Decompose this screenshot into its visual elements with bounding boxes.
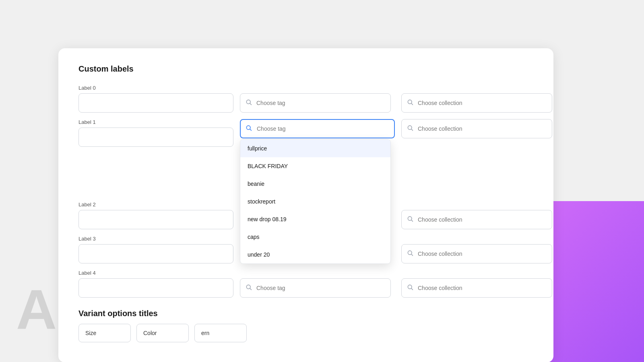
label3-collection-input[interactable] xyxy=(401,244,552,263)
label2-header: Label 2 xyxy=(78,202,233,208)
label3-input[interactable] xyxy=(78,244,233,263)
dropdown-item-fullprice[interactable]: fullprice xyxy=(240,140,390,157)
label0-collection-wrap xyxy=(401,93,552,113)
label2-block: Label 2 xyxy=(78,202,233,229)
dropdown-item-newdrop[interactable]: new drop 08.19 xyxy=(240,210,390,228)
label3-collection-wrap xyxy=(401,244,552,263)
label3-header: Label 3 xyxy=(78,236,233,242)
main-card: Custom labels Label 0 xyxy=(58,48,553,362)
label4-collection-wrap xyxy=(401,278,552,298)
variant-pattern-input[interactable] xyxy=(194,324,247,342)
label1-header: Label 1 xyxy=(78,119,233,125)
label1-block: Label 1 xyxy=(78,119,233,147)
section-title-custom-labels: Custom labels xyxy=(78,64,533,74)
label4-block: Label 4 xyxy=(78,270,233,298)
variant-color-input[interactable] xyxy=(136,324,189,342)
dropdown-item-under20[interactable]: under 20 xyxy=(240,246,390,263)
dropdown-item-blackfriday[interactable]: BLACK FRIDAY xyxy=(240,157,390,175)
label0-tag-wrap xyxy=(240,93,391,113)
label3-block: Label 3 xyxy=(78,236,233,263)
tag-dropdown-list: fullprice BLACK FRIDAY beanie stockrepor… xyxy=(240,139,391,264)
label4-tag-wrap xyxy=(240,278,391,298)
label1-tag-container: fullprice BLACK FRIDAY beanie stockrepor… xyxy=(240,119,395,138)
section-title-variant: Variant options titles xyxy=(78,309,533,318)
label2-collection-input[interactable] xyxy=(401,210,552,229)
label0-header: Label 0 xyxy=(78,85,233,91)
label2-collection-wrap xyxy=(401,210,552,229)
label4-tag-input[interactable] xyxy=(240,278,391,298)
label1-tag-input[interactable] xyxy=(240,119,395,138)
dropdown-item-caps[interactable]: caps xyxy=(240,228,390,246)
label2-input[interactable] xyxy=(78,210,233,229)
variant-size-input[interactable] xyxy=(78,324,131,342)
label0-block: Label 0 xyxy=(78,85,233,113)
label4-collection-input[interactable] xyxy=(401,278,552,298)
label4-header: Label 4 xyxy=(78,270,233,276)
variant-inputs-row xyxy=(78,324,533,342)
label4-input[interactable] xyxy=(78,278,233,298)
label1-input[interactable] xyxy=(78,128,233,147)
label0-input[interactable] xyxy=(78,93,233,113)
label0-tag-input[interactable] xyxy=(240,93,391,113)
dropdown-item-beanie[interactable]: beanie xyxy=(240,175,390,193)
label1-tag-wrap xyxy=(240,119,395,138)
label1-collection-input[interactable] xyxy=(401,119,552,138)
dropdown-item-stockreport[interactable]: stockreport xyxy=(240,193,390,210)
label0-collection-input[interactable] xyxy=(401,93,552,113)
label1-collection-wrap xyxy=(401,119,552,138)
